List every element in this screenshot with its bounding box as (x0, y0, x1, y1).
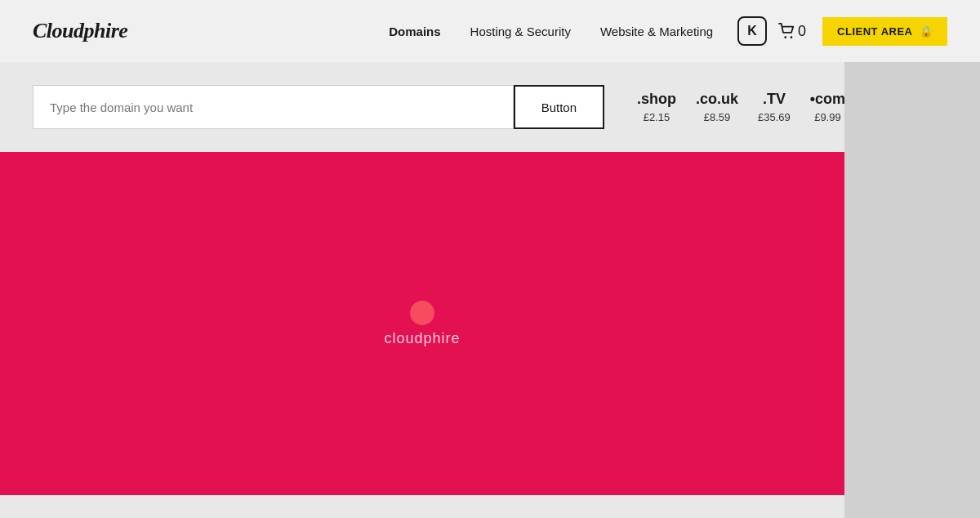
domain-price-shop-value: £2.15 (644, 111, 670, 123)
domain-ext-com: •com (810, 91, 845, 108)
right-panel (844, 62, 980, 518)
red-logo-text: cloudphire (384, 330, 460, 347)
svg-point-0 (784, 36, 786, 38)
domain-price-shop: .shop £2.15 (637, 91, 676, 123)
domain-price-couk-value: £8.59 (704, 111, 731, 123)
red-logo: cloudphire (384, 301, 460, 347)
red-section: cloudphire (0, 152, 844, 495)
domain-price-couk: .co.uk £8.59 (696, 91, 738, 123)
client-area-label: CLIENT AREA (837, 25, 912, 38)
domain-price-tv-value: £35.69 (758, 111, 791, 123)
main-nav: Domains Hosting & Security Website & Mar… (389, 25, 713, 38)
domain-search-input[interactable] (33, 85, 514, 129)
client-area-button[interactable]: CLIENT AREA 🔒 (822, 17, 947, 46)
header: Cloudphire Domains Hosting & Security We… (0, 0, 980, 62)
domain-price-com: •com £9.99 (810, 91, 845, 123)
nav-item-hosting[interactable]: Hosting & Security (470, 25, 571, 38)
domain-prices: .shop £2.15 .co.uk £8.59 .TV £35.69 •com… (637, 91, 845, 123)
domain-price-com-value: £9.99 (814, 111, 841, 123)
search-button[interactable]: Button (514, 85, 604, 129)
cart-count: 0 (798, 23, 806, 40)
domain-ext-couk: .co.uk (696, 91, 738, 108)
header-icons: K 0 (737, 16, 806, 46)
svg-point-1 (791, 36, 793, 38)
main-content: Button .shop £2.15 .co.uk £8.59 .TV £35.… (0, 62, 844, 518)
domain-ext-shop: .shop (637, 91, 676, 108)
search-section: Button .shop £2.15 .co.uk £8.59 .TV £35.… (0, 62, 844, 152)
domain-ext-tv: .TV (763, 91, 786, 108)
nav-item-website[interactable]: Website & Marketing (600, 25, 713, 38)
logo[interactable]: Cloudphire (33, 19, 127, 43)
page-wrapper: Cloudphire Domains Hosting & Security We… (0, 0, 980, 518)
domain-price-tv: .TV £35.69 (758, 91, 791, 123)
nav-item-domains[interactable]: Domains (389, 25, 440, 38)
k-icon-button[interactable]: K (737, 16, 767, 46)
search-bar: Button (33, 85, 604, 129)
red-logo-circle (410, 301, 434, 325)
lock-icon: 🔒 (920, 25, 933, 38)
cart-button[interactable]: 0 (778, 23, 806, 40)
